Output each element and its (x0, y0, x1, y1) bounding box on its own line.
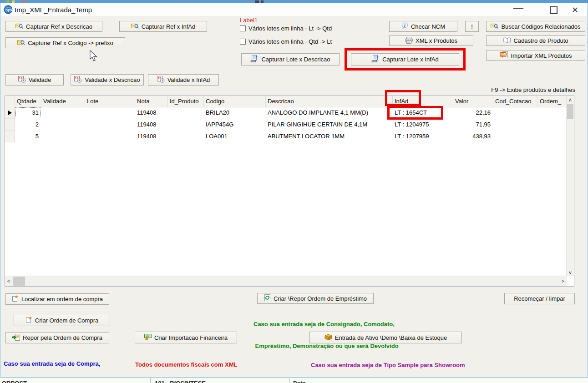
checkbox-label: Vários lotes em linha - Lt -> Qtd (248, 25, 332, 32)
grid-cell-infad[interactable]: LT : 1204975 (393, 119, 453, 131)
checkbox-varios-lotes-lt-qtd[interactable]: Vários lotes em linha - Lt -> Qtd (240, 25, 332, 32)
scroll-right-icon[interactable]: > (559, 277, 567, 285)
criar-repor-ordem-emprestimo-button[interactable]: Criar \Repor Ordem de Empréstimo (257, 293, 374, 304)
grid-cell-cod_cotacao[interactable] (493, 107, 538, 119)
grid-cell-id_produto[interactable] (168, 107, 204, 119)
grid-cell-qtdade[interactable]: 5 (15, 131, 41, 142)
validade-x-descricao-button[interactable]: 12 Validade x Descricao (71, 74, 144, 86)
horizontal-scrollbar-thumb[interactable] (13, 277, 25, 286)
grid-column-header-lote[interactable]: Lote (85, 96, 135, 107)
repor-pela-ordem-de-compra-button[interactable]: Repor pela Ordem de Compra (5, 332, 109, 343)
exclamation-button[interactable]: ! (465, 21, 479, 32)
grid-cell-infad[interactable]: LT : 1654CT (393, 107, 453, 119)
button-label: Criar Ordem de Compra (35, 317, 98, 324)
importar-xml-produtos-button[interactable]: XML Importar XML Produtos (486, 50, 585, 61)
checkbox-box[interactable] (240, 25, 246, 31)
printer-icon (405, 37, 413, 45)
sys-logo-icon: Sys (4, 5, 13, 16)
checkbox-box[interactable] (240, 39, 246, 45)
vertical-scrollbar-thumb[interactable] (567, 104, 573, 119)
criar-ordem-de-compra-button[interactable]: Criar Ordem de Compra (14, 315, 110, 326)
grid-cell-ordem[interactable] (538, 107, 567, 119)
taskbar-fragment-icon (12, 0, 15, 3)
grid-cell-codigo[interactable]: IAPP454G (204, 119, 266, 131)
grid-cell-lote[interactable] (85, 119, 135, 131)
status-bar: ORPOST 101 - BIOSINTESE Data (0, 377, 588, 383)
criar-importacao-financeira-button[interactable]: $ Criar Importacao Financeira (135, 332, 237, 343)
grid-cell-validade[interactable] (41, 107, 85, 119)
validade-x-infad-button[interactable]: 12 Validade x InfAd (148, 74, 219, 86)
grid-column-header-descricao[interactable]: Descricao (266, 96, 393, 107)
grid-cell-validade[interactable] (41, 131, 85, 142)
grid-cell-codigo[interactable]: LOA001 (204, 131, 266, 142)
button-label: Validade (29, 76, 51, 83)
grid-cell-nota[interactable]: 119408 (135, 119, 168, 131)
grid-cell-descricao[interactable]: ABUTMENT LOCATOR 1MM (266, 131, 393, 142)
button-label: Capturar Ref x InfAd (142, 23, 196, 30)
note-line: Todos documentos fiscais com XML (135, 361, 242, 368)
grid-column-header-nota[interactable]: Nota (135, 96, 168, 107)
entrada-ativo-demo-baixa-button[interactable]: Entrada de Ativo \Demo \Baixa de Estoque (309, 332, 462, 343)
scroll-down-icon[interactable]: ∨ (567, 269, 574, 276)
table-row[interactable]: 31119408BRILA20ANALOGO DO IMPLANTE 4,1 M… (5, 107, 567, 119)
table-row[interactable]: 5119408LOA001ABUTMENT LOCATOR 1MMLT : 12… (5, 131, 567, 142)
active-row-arrow-icon (8, 111, 12, 115)
grid-cell-id_produto[interactable] (168, 131, 204, 142)
grid-cell-lote[interactable] (85, 131, 135, 142)
checar-ncm-button[interactable]: i Checar NCM (389, 21, 457, 32)
recomecar-limpar-button[interactable]: Recomeçar / limpar (504, 293, 575, 304)
grid-cell-qtdade[interactable]: 31 (15, 107, 41, 119)
grid-cell-ordem[interactable] (538, 131, 567, 142)
mail-search-icon (491, 23, 498, 30)
grid-cell-qtdade[interactable]: 2 (15, 119, 41, 131)
grid-cell-descricao[interactable]: PILAR GINGIHUE CERTAIN DE 4,1M (266, 119, 393, 131)
grid-column-header-ordem[interactable]: Ordem_ (538, 96, 567, 107)
grid-column-header-valor[interactable]: Valor (453, 96, 493, 107)
capturar-ref-descricao-button[interactable]: Capturar Ref x Descricao (5, 21, 102, 32)
grid-column-header-cod_cotacao[interactable]: Cod_Cotacao (493, 96, 538, 107)
grid-column-header-validade[interactable]: Validade (41, 96, 85, 107)
capturar-lote-x-infad-button[interactable]: 0101 Capturar Lote x InfAd (351, 53, 459, 66)
grid-cell-cod_cotacao[interactable] (493, 131, 538, 142)
validade-button[interactable]: 12 Validade (5, 74, 64, 86)
localizar-em-ordem-de-compra-button[interactable]: Localizar em ordem de compra (5, 293, 109, 305)
grid-cell-nota[interactable]: 119408 (135, 107, 168, 119)
grid-body: 31119408BRILA20ANALOGO DO IMPLANTE 4,1 M… (5, 107, 567, 142)
xml-file-icon: XML (500, 51, 508, 60)
grid-cell-ordem[interactable] (538, 119, 567, 131)
maximize-icon[interactable] (550, 6, 558, 14)
capturar-ref-codigo-prefixo-button[interactable]: Capturar Ref x Codigo -> prefixo (5, 37, 125, 48)
close-icon[interactable]: ✕ (572, 5, 578, 15)
grid-indicator-header (5, 96, 15, 107)
grid-cell-infad[interactable]: LT : 1207959 (393, 131, 453, 142)
minimize-icon[interactable] (513, 8, 523, 9)
vertical-scrollbar[interactable]: ∧ ∨ (566, 96, 574, 276)
table-row[interactable]: 2119408IAPP454GPILAR GINGIHUE CERTAIN DE… (5, 119, 567, 131)
cadastro-de-produto-button[interactable]: Cadastro de Produto (486, 35, 585, 46)
grid-cell-valor[interactable]: 71,95 (453, 119, 493, 131)
xml-x-produtos-button[interactable]: XML x Produtos (389, 35, 473, 46)
grid-column-header-qtdade[interactable]: Qtdade (15, 96, 41, 107)
checkbox-varios-lotes-qtd-lt[interactable]: Vários lotes em linha - Qtd -> Lt (240, 38, 332, 45)
grid-cell-descricao[interactable]: ANALOGO DO IMPLANTE 4,1 MM(D) (266, 107, 393, 119)
grid-cell-lote[interactable] (85, 107, 135, 119)
grid-column-header-id_produto[interactable]: Id_Produto (168, 96, 204, 107)
capturar-lote-descricao-button[interactable]: 0101 Capturar Lote x Descricao (241, 53, 340, 66)
grid-cell-valor[interactable]: 22,16 (453, 107, 493, 119)
grid-cell-nota[interactable]: 119408 (135, 131, 168, 142)
grid-cell-codigo[interactable]: BRILA20 (204, 107, 266, 119)
checkbox-label: Vários lotes em linha - Qtd -> Lt (248, 38, 332, 45)
grid-cell-id_produto[interactable] (168, 119, 204, 131)
scroll-left-icon[interactable]: < (5, 277, 12, 285)
grid-cell-cod_cotacao[interactable] (493, 119, 538, 131)
grid-cell-validade[interactable] (41, 119, 85, 131)
button-label: Recomeçar / limpar (514, 295, 565, 302)
products-grid[interactable]: QtdadeValidadeLoteNotaId_ProdutoCodigoDe… (5, 96, 574, 287)
grid-column-header-codigo[interactable]: Codigo (204, 96, 266, 107)
horizontal-scrollbar[interactable]: < > (5, 276, 567, 286)
grid-column-header-infad[interactable]: InfAd (393, 96, 453, 107)
scroll-up-icon[interactable]: ∧ (567, 96, 574, 103)
buscar-codigos-relacionados-button[interactable]: Buscar Códigos Relacionados (486, 21, 585, 32)
capturar-ref-infad-button[interactable]: Capturar Ref x InfAd (119, 21, 207, 32)
grid-cell-valor[interactable]: 438,93 (453, 131, 493, 142)
